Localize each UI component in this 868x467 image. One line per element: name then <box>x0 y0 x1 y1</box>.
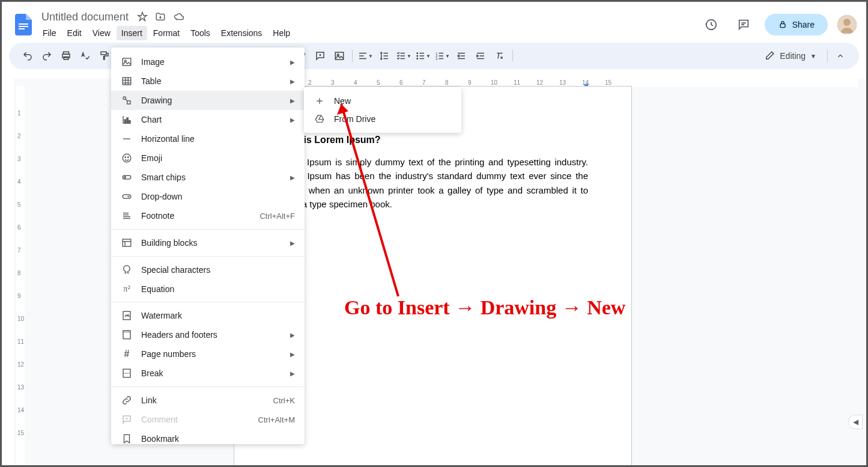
menu-view[interactable]: View <box>88 26 115 40</box>
insert-menu-chart[interactable]: Chart▶ <box>111 110 305 129</box>
chevron-right-icon: ▶ <box>290 370 295 377</box>
line-spacing-button[interactable] <box>375 47 393 65</box>
svg-rect-33 <box>123 239 131 246</box>
svg-point-27 <box>123 154 131 162</box>
svg-line-38 <box>341 104 398 296</box>
pi-icon: π² <box>121 284 133 294</box>
svg-rect-23 <box>127 101 130 104</box>
insert-menu-break[interactable]: Break▶ <box>111 364 305 383</box>
redo-button[interactable] <box>38 47 56 65</box>
print-button[interactable] <box>57 47 75 65</box>
align-button[interactable]: ▼ <box>356 47 374 65</box>
blocks-icon <box>121 237 133 248</box>
increase-indent-button[interactable] <box>472 47 490 65</box>
insert-menu-drawing[interactable]: Drawing▶ <box>111 91 305 110</box>
comment-icon <box>121 414 133 425</box>
annotation-text: Go to Insert → Drawing → New <box>344 296 625 319</box>
svg-rect-24 <box>124 120 126 123</box>
menu-format[interactable]: Format <box>148 26 184 40</box>
menu-file[interactable]: File <box>38 26 61 40</box>
svg-rect-26 <box>129 121 130 124</box>
history-icon[interactable] <box>700 13 723 36</box>
user-avatar[interactable] <box>837 15 857 34</box>
dropdown-icon <box>121 191 133 202</box>
insert-menu-smart-chips[interactable]: Smart chips▶ <box>111 168 305 187</box>
svg-point-31 <box>124 177 126 179</box>
svg-point-6 <box>843 19 851 26</box>
insert-menu-horizontal-line[interactable]: Horizontal line <box>111 129 305 148</box>
insert-image-button[interactable] <box>330 47 348 65</box>
insert-menu-page-numbers[interactable]: #Page numbers▶ <box>111 344 305 364</box>
bookmark-icon <box>121 433 133 444</box>
image-icon <box>121 56 133 67</box>
editing-label: Editing <box>780 51 806 61</box>
insert-menu-link[interactable]: LinkCtrl+K <box>111 391 305 410</box>
chart-icon <box>121 114 133 125</box>
svg-rect-0 <box>19 23 28 25</box>
star-icon[interactable] <box>137 11 148 22</box>
move-icon[interactable] <box>155 11 166 22</box>
menu-tools[interactable]: Tools <box>186 26 215 40</box>
share-label: Share <box>792 20 815 29</box>
spellcheck-button[interactable] <box>76 47 94 65</box>
insert-menu-comment: CommentCtrl+Alt+M <box>111 410 305 429</box>
drive-icon <box>314 114 326 124</box>
svg-point-29 <box>128 157 129 158</box>
numbered-list-button[interactable]: 123▼ <box>433 47 451 65</box>
chevron-right-icon: ▶ <box>290 97 295 104</box>
document-title[interactable]: Untitled document <box>38 10 132 25</box>
insert-menu-building-blocks[interactable]: Building blocks▶ <box>111 233 305 252</box>
menu-insert[interactable]: Insert <box>117 26 147 40</box>
chevron-right-icon: ▶ <box>290 59 295 66</box>
insert-menu-special-characters[interactable]: Special characters <box>111 260 305 279</box>
bulleted-list-button[interactable]: ▼ <box>414 47 432 65</box>
svg-point-13 <box>417 53 418 54</box>
cloud-icon[interactable] <box>173 11 185 22</box>
svg-rect-25 <box>127 118 128 123</box>
insert-menu-table[interactable]: Table▶ <box>111 72 305 91</box>
menu-edit[interactable]: Edit <box>62 26 86 40</box>
insert-menu-headers-and-footers[interactable]: Headers and footers▶ <box>111 325 305 344</box>
svg-rect-2 <box>19 28 25 29</box>
svg-rect-10 <box>101 52 106 55</box>
clear-formatting-button[interactable] <box>491 47 509 65</box>
vertical-ruler[interactable]: 123456789101112131415 <box>16 86 25 465</box>
insert-dropdown: Image▶Table▶Drawing▶Chart▶Horizontal lin… <box>111 47 305 444</box>
insert-menu-image[interactable]: Image▶ <box>111 52 305 72</box>
comments-icon[interactable] <box>732 13 755 36</box>
editing-mode-button[interactable]: Editing ▼ <box>757 47 824 65</box>
chevron-right-icon: ▶ <box>290 174 295 181</box>
menu-help[interactable]: Help <box>268 26 295 40</box>
svg-rect-1 <box>19 26 28 27</box>
chevron-right-icon: ▶ <box>290 78 295 85</box>
chevron-right-icon: ▶ <box>290 332 295 338</box>
header-right: Share <box>700 13 857 36</box>
footnote-icon <box>121 210 133 221</box>
collapse-toolbar-button[interactable] <box>831 47 849 65</box>
insert-comment-button[interactable] <box>311 47 329 65</box>
document-heading[interactable]: What is Lorem Ipsum? <box>278 135 588 145</box>
svg-text:3: 3 <box>436 57 437 61</box>
insert-menu-bookmark[interactable]: Bookmark <box>111 429 305 444</box>
undo-button[interactable] <box>19 47 37 65</box>
svg-point-14 <box>417 55 418 56</box>
share-button[interactable]: Share <box>765 14 828 35</box>
hr-icon <box>121 133 133 144</box>
docs-logo[interactable] <box>11 13 35 37</box>
table-icon <box>121 76 133 87</box>
side-panel-toggle[interactable]: ◀ <box>848 415 863 429</box>
svg-point-15 <box>417 58 418 60</box>
document-paragraph[interactable]: Lorem Ipsum is simply dummy text of the … <box>278 155 588 211</box>
svg-rect-36 <box>123 331 130 332</box>
annotation-arrow <box>335 98 407 302</box>
checklist-button[interactable]: ▼ <box>395 47 413 65</box>
insert-menu-emoji[interactable]: Emoji <box>111 148 305 168</box>
insert-menu-watermark[interactable]: Watermark <box>111 306 305 325</box>
svg-rect-11 <box>335 52 344 60</box>
insert-menu-equation[interactable]: π²Equation <box>111 279 305 298</box>
menu-extensions[interactable]: Extensions <box>216 26 267 40</box>
chevron-right-icon: ▶ <box>290 351 295 358</box>
decrease-indent-button[interactable] <box>452 47 470 65</box>
insert-menu-drop-down[interactable]: Drop-down <box>111 187 305 206</box>
insert-menu-footnote[interactable]: FootnoteCtrl+Alt+F <box>111 206 305 225</box>
